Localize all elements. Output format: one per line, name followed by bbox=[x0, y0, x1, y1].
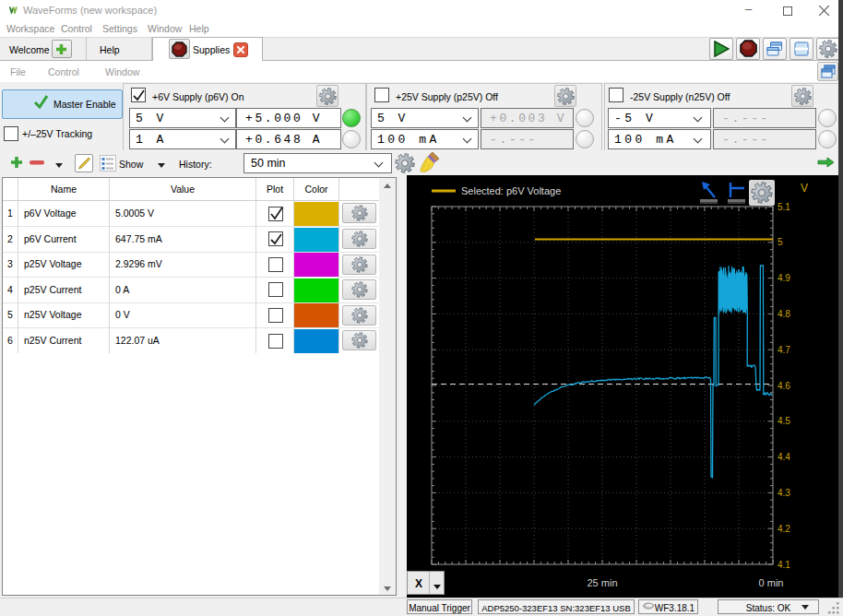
svg-text:V: V bbox=[801, 182, 808, 195]
svg-text:4.9: 4.9 bbox=[778, 273, 790, 283]
svg-text:X: X bbox=[415, 577, 422, 590]
svg-text:4.2: 4.2 bbox=[778, 524, 790, 534]
svg-text:5.1: 5.1 bbox=[778, 202, 790, 212]
svg-text:Selected: p6V Voltage: Selected: p6V Voltage bbox=[461, 185, 561, 196]
svg-text:4.8: 4.8 bbox=[778, 309, 790, 319]
svg-text:4.4: 4.4 bbox=[778, 452, 790, 462]
svg-text:4.3: 4.3 bbox=[778, 488, 790, 498]
svg-text:25 min: 25 min bbox=[587, 577, 617, 588]
svg-text:0 min: 0 min bbox=[759, 577, 784, 588]
svg-text:4.1: 4.1 bbox=[778, 560, 790, 570]
svg-text:4.6: 4.6 bbox=[778, 381, 790, 391]
svg-text:4.7: 4.7 bbox=[778, 345, 790, 355]
svg-text:4.5: 4.5 bbox=[778, 416, 790, 426]
svg-text:5: 5 bbox=[778, 237, 783, 247]
